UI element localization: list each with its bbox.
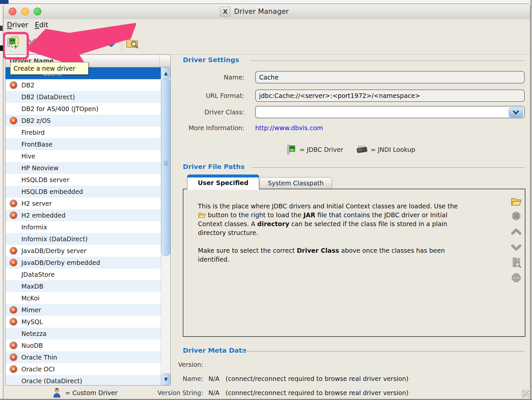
stop-button[interactable]: STOP (511, 272, 522, 283)
jdbc-legend-label: = JDBC Driver (300, 146, 343, 153)
list-item[interactable]: HSQLDB server (6, 174, 161, 186)
sort-descending-button[interactable]: Z (55, 35, 69, 51)
driver-name: DB2 (DataDirect) (21, 93, 75, 101)
driver-file-paths-title: Driver File Paths (183, 163, 245, 171)
list-item[interactable]: ✕JavaDB/Derby embedded (6, 257, 161, 269)
jndi-legend-label: = JNDI Lookup (371, 146, 415, 153)
list-item[interactable]: Informix (DataDirect) (6, 233, 161, 245)
error-icon: ✕ (10, 200, 17, 207)
instruction-text: button to the right to load the (206, 211, 303, 219)
url-format-input[interactable]: jdbc:Cache://<server>:<port1972>/<namesp… (255, 89, 525, 102)
list-item[interactable]: ✕DB2 z/OS (6, 115, 161, 127)
error-icon: ✕ (10, 306, 17, 314)
list-item[interactable]: Informix (6, 221, 161, 233)
jdbc-driver-icon (286, 144, 296, 155)
open-folder-icon (511, 197, 522, 206)
list-item[interactable]: ✕H2 embedded (6, 209, 161, 221)
driver-name: JDataStore (21, 271, 55, 278)
move-up-button[interactable] (89, 35, 103, 51)
error-icon: ✕ (10, 341, 17, 349)
driver-name: DB2 (21, 82, 35, 89)
name-label: Name: (145, 74, 244, 81)
delete-driver-button[interactable] (24, 35, 39, 51)
driver-class-combobox[interactable] (255, 106, 525, 118)
create-driver-button[interactable] (5, 35, 20, 51)
list-item[interactable]: HP Neoview (6, 162, 161, 174)
open-file-button[interactable] (511, 196, 522, 207)
list-item[interactable]: Hive (6, 150, 161, 162)
tab-user-specified[interactable]: User Specified (187, 175, 259, 189)
zoom-button[interactable] (34, 8, 41, 15)
meta-name-value: N/A (208, 375, 220, 382)
tab-system-classpath[interactable]: System Classpath (259, 177, 332, 189)
list-item[interactable]: DB2 (DataDirect) (6, 91, 161, 103)
driver-name: JavaDB/Derby server (21, 247, 86, 254)
list-item[interactable]: ✕DB2 (6, 79, 161, 91)
menu-bar: Driver Edit (3, 19, 530, 31)
version-label: Version: (113, 361, 203, 368)
minimize-button[interactable] (21, 8, 29, 15)
list-item[interactable]: FrontBase (6, 138, 161, 150)
section-divider (252, 167, 525, 168)
instruction-text: Make sure to select the correct (198, 247, 297, 254)
scrollbar-thumb[interactable] (161, 79, 170, 256)
list-item[interactable]: JDataStore (6, 269, 161, 280)
list-item[interactable]: ✕JavaDB/Derby server (6, 245, 161, 257)
driver-name: Firebird (21, 129, 45, 136)
chevron-up-icon (90, 39, 102, 47)
move-path-up-button[interactable] (511, 226, 522, 237)
dropdown-button[interactable] (509, 107, 523, 117)
list-item[interactable]: MaxDB (6, 280, 161, 292)
move-down-button[interactable] (104, 35, 118, 51)
window-resize-grip[interactable] (522, 390, 529, 397)
error-icon: ✕ (10, 247, 17, 255)
list-item[interactable]: HSQLDB embedded (6, 186, 161, 198)
sort-ascending-button[interactable]: Z A (70, 35, 85, 51)
sort-descending-icon: Z (55, 35, 69, 50)
chevron-down-icon (511, 245, 521, 250)
folder-search-icon (126, 36, 139, 49)
driver-name: DB2 for AS/400 (JTOpen) (21, 105, 99, 112)
error-icon: ✕ (10, 353, 17, 361)
driver-name: FrontBase (21, 141, 52, 148)
instruction-bold: Driver Class (297, 247, 339, 254)
find-driver-files-button[interactable] (125, 35, 139, 51)
list-item[interactable]: ✕Mimer (6, 304, 161, 316)
driver-class-label: Driver Class: (145, 108, 244, 116)
svg-text:Z: Z (65, 36, 68, 42)
list-item[interactable]: ✕NuoDB (6, 340, 161, 351)
menu-driver[interactable]: Driver (6, 20, 30, 30)
list-item[interactable]: McKoi (6, 292, 161, 304)
driver-name: H2 server (21, 200, 52, 207)
menu-edit[interactable]: Edit (34, 20, 50, 30)
list-item[interactable]: DB2 for AS/400 (JTOpen) (6, 103, 161, 115)
title-bar[interactable]: X Driver Manager (3, 4, 530, 19)
driver-finder-icon (511, 257, 521, 268)
person-icon (53, 388, 61, 398)
toolbar-separator (122, 33, 123, 51)
driver-name: MaxDB (21, 283, 43, 290)
driver-list: Driver Name Cache✕DB2DB2 (DataDirect)DB2… (5, 55, 171, 386)
list-item[interactable]: ✕MySQL (6, 316, 161, 328)
column-separator (159, 55, 160, 67)
list-item[interactable]: Netezza (6, 328, 161, 340)
driver-name: Oracle OCI (21, 365, 55, 373)
driver-name: HSQLDB server (21, 176, 69, 183)
instruction-bold: directory (257, 220, 289, 227)
driver-name: MySQL (21, 318, 43, 325)
close-button[interactable] (9, 8, 16, 15)
svg-text:STOP: STOP (513, 277, 520, 279)
find-driver-class-button[interactable] (511, 257, 522, 268)
x11-app-icon: X (220, 7, 230, 16)
background-artifact (0, 45, 3, 51)
meta-name-label: Name: (113, 375, 203, 382)
screenshot-root: X Driver Manager Driver Edit (0, 0, 532, 400)
driver-name-input[interactable]: Cache (255, 71, 525, 83)
list-item[interactable]: Firebird (6, 127, 161, 138)
background-window-sliver (0, 0, 3, 400)
remove-file-button[interactable] (511, 210, 522, 222)
dbvis-link[interactable]: http://www.dbvis.com (255, 124, 323, 131)
move-path-down-button[interactable] (511, 242, 522, 253)
version-string-label: Version String: (113, 389, 203, 396)
list-item[interactable]: ✕H2 server (6, 198, 161, 209)
